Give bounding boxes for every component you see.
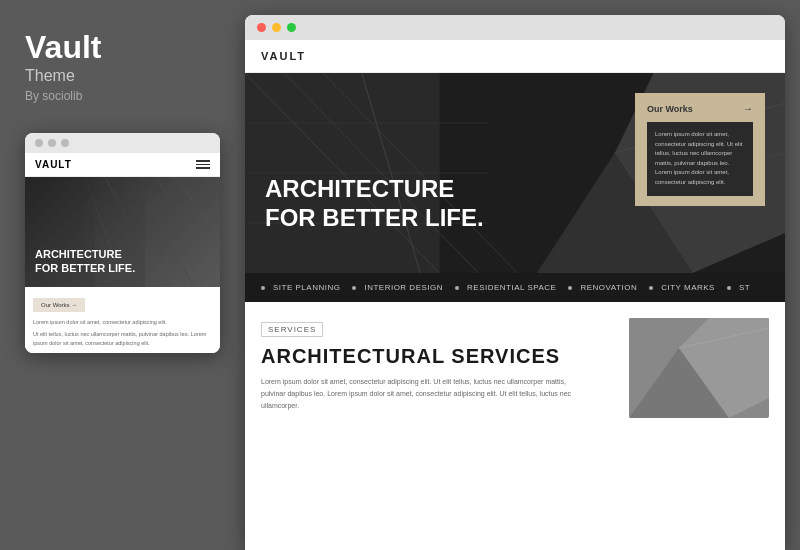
nav-item-site-planning[interactable]: SITE PLANNING: [261, 283, 340, 292]
services-title: ARCHITECTURAL SERVICES: [261, 345, 609, 368]
desktop-hero: ARCHITECTURE FOR BETTER LIFE. Our Works …: [245, 73, 785, 273]
our-works-card[interactable]: Our Works → Lorem ipsum dolor sit amet, …: [635, 93, 765, 206]
mobile-body-text2: Ut elit tellus, luctus nec ullamcorper m…: [33, 330, 212, 347]
author-label: By sociolib: [25, 89, 220, 103]
dot-yellow: [272, 23, 281, 32]
mobile-browser-bar: [25, 133, 220, 153]
desktop-logo: VAULT: [261, 50, 306, 62]
nav-dot-2: [352, 286, 356, 290]
sidebar: Vault Theme By sociolib VAULT: [0, 0, 245, 550]
dot-1: [35, 139, 43, 147]
services-text: Lorem ipsum dolor sit amet, consectetur …: [261, 376, 581, 412]
mobile-works-label: Our Works →: [41, 302, 77, 308]
works-title: Our Works: [647, 104, 693, 114]
our-works-header: Our Works →: [647, 103, 753, 114]
services-badge: SERVICES: [261, 322, 323, 337]
desktop-browser-bar: [245, 15, 785, 40]
nav-item-renovation[interactable]: RENOVATION: [568, 283, 637, 292]
nav-dot-4: [568, 286, 572, 290]
mobile-preview: VAULT ARCHITECTURE FOR BETTER LIFE.: [25, 133, 220, 353]
mobile-logo: VAULT: [35, 159, 72, 170]
hero-line1: ARCHITECTURE: [265, 175, 484, 204]
nav-item-city-marks[interactable]: CITY MARKS: [649, 283, 715, 292]
dot-red: [257, 23, 266, 32]
nav-dot-3: [455, 286, 459, 290]
desktop-hero-text: ARCHITECTURE FOR BETTER LIFE.: [265, 175, 484, 233]
mobile-body-text1: Lorem ipsum dolor sit amet, consectetur …: [33, 318, 212, 326]
nav-label-st: ST: [739, 283, 750, 292]
nav-item-residential-space[interactable]: RESIDENTIAL SPACE: [455, 283, 556, 292]
works-arrow-icon: →: [743, 103, 753, 114]
services-section: SERVICES ARCHITECTURAL SERVICES Lorem ip…: [245, 302, 785, 550]
our-works-body: Lorem ipsum dolor sit amet, consectetur …: [647, 122, 753, 196]
desktop-nav-bar: SITE PLANNING INTERIOR DESIGN RESIDENTIA…: [245, 273, 785, 302]
nav-label-renovation: RENOVATION: [580, 283, 637, 292]
dot-green: [287, 23, 296, 32]
mobile-hero-text: ARCHITECTURE FOR BETTER LIFE.: [35, 247, 135, 276]
nav-item-interior-design[interactable]: INTERIOR DESIGN: [352, 283, 443, 292]
nav-label-site-planning: SITE PLANNING: [273, 283, 340, 292]
desktop-nav: VAULT: [245, 40, 785, 73]
hero-line2: FOR BETTER LIFE.: [265, 204, 484, 233]
theme-subtitle: Theme: [25, 67, 220, 85]
nav-item-st[interactable]: ST: [727, 283, 750, 292]
nav-dot-1: [261, 286, 265, 290]
mobile-hero: ARCHITECTURE FOR BETTER LIFE.: [25, 177, 220, 287]
nav-dot-5: [649, 286, 653, 290]
vault-title: Vault: [25, 30, 220, 65]
desktop-preview: VAULT ARCHITECTURE FOR BETTER LIFE.: [245, 15, 785, 550]
nav-dot-6: [727, 286, 731, 290]
dot-2: [48, 139, 56, 147]
dot-3: [61, 139, 69, 147]
theme-title: Vault Theme By sociolib: [25, 30, 220, 103]
nav-label-interior-design: INTERIOR DESIGN: [364, 283, 443, 292]
hamburger-icon[interactable]: [196, 160, 210, 169]
nav-label-residential-space: RESIDENTIAL SPACE: [467, 283, 556, 292]
nav-label-city-marks: CITY MARKS: [661, 283, 715, 292]
mobile-nav: VAULT: [25, 153, 220, 177]
works-body-text: Lorem ipsum dolor sit amet, consectetur …: [655, 130, 745, 188]
mobile-works-button[interactable]: Our Works →: [33, 298, 85, 312]
